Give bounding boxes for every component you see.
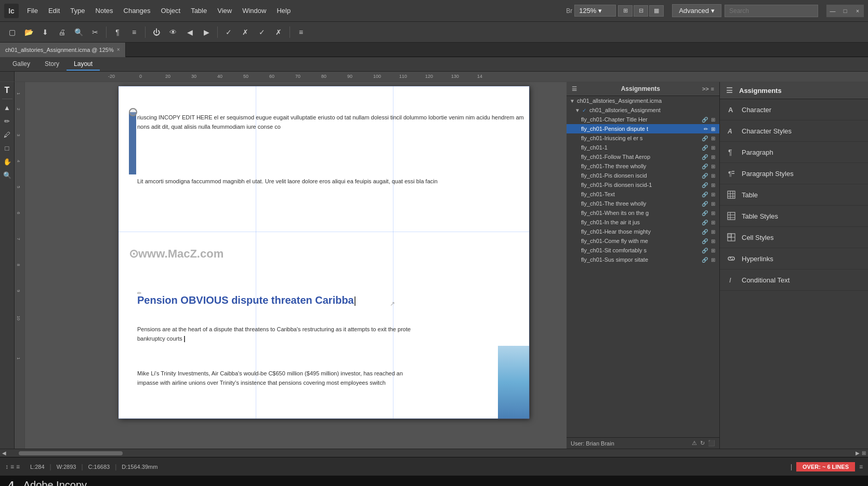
menu-notes[interactable]: Notes xyxy=(90,4,119,18)
tree-item-11[interactable]: fly_ch01-In the air it jus 🔗 ⊞ xyxy=(567,218,719,227)
tree-item-1[interactable]: fly_ch01-Pension dispute t ✏ ⊞ xyxy=(567,124,719,133)
body-text-1[interactable]: Pensions are at the heart of a dispute t… xyxy=(137,325,413,343)
tool-square[interactable]: □ xyxy=(1,142,14,154)
advanced-button[interactable]: Advanced ▾ xyxy=(672,4,721,17)
prop-paragraph[interactable]: ¶ Paragraph xyxy=(720,142,868,163)
maximize-button[interactable]: □ xyxy=(839,5,851,17)
tree-item-2[interactable]: fly_ch01-Iriuscing el er s 🔗 ⊞ xyxy=(567,133,719,143)
body-text-2[interactable]: Mike Li's Trinity Investments, Air Caibb… xyxy=(137,369,413,387)
tree-item-3[interactable]: fly_ch01-1 🔗 ⊞ xyxy=(567,143,719,152)
tree-root[interactable]: ▼ ch01_allstories_Assignment.icma xyxy=(567,96,719,105)
menu-window[interactable]: Window xyxy=(237,4,271,18)
menu-view[interactable]: View xyxy=(212,4,237,18)
view-icon-3[interactable]: ▦ xyxy=(649,5,664,17)
scrollbar-thumb[interactable] xyxy=(19,451,123,455)
minimize-button[interactable]: — xyxy=(826,5,839,17)
tree-item-13[interactable]: fly_ch01-Come fly with me 🔗 ⊞ xyxy=(567,236,719,246)
tool-pencil[interactable]: 🖊 xyxy=(1,128,14,141)
tool-pen[interactable]: ✏ xyxy=(1,115,14,127)
tool-type[interactable]: T xyxy=(1,84,14,97)
tree-assignment[interactable]: ▼ ✓ ch01_allstories_Assignment xyxy=(567,105,719,115)
tab-bar: ch01_allstories_Assignment.icma @ 125% × xyxy=(0,43,868,57)
item-icon-6: ⊞ xyxy=(711,145,715,151)
tool-print[interactable]: 🖨 xyxy=(54,25,70,39)
menu-table[interactable]: Table xyxy=(186,4,212,18)
tree-item-6[interactable]: fly_ch01-Pis dionsen iscid 🔗 ⊞ xyxy=(567,171,719,180)
close-button[interactable]: × xyxy=(851,5,864,17)
tree-item-7[interactable]: fly_ch01-Pis dionsen iscid-1 🔗 ⊞ xyxy=(567,180,719,190)
prop-conditional-text[interactable]: I Conditional Text xyxy=(720,269,868,291)
page-nav-icon[interactable]: ⊞ xyxy=(862,450,866,456)
tool-menu[interactable]: ≡ xyxy=(126,25,142,39)
prop-hyperlinks[interactable]: Hyperlinks xyxy=(720,248,868,269)
tool-search[interactable]: 🔍 xyxy=(71,25,86,39)
scroll-left-arrow[interactable]: ◀ xyxy=(2,450,6,456)
tool-open[interactable]: 📂 xyxy=(21,25,36,39)
prop-character[interactable]: A Character xyxy=(720,99,868,120)
status-align2-icon[interactable]: ≡ xyxy=(16,463,20,470)
status-align-icon[interactable]: ≡ xyxy=(10,463,14,470)
item-label-1: fly_ch01-Pension dispute t xyxy=(581,126,702,132)
status-menu-icon[interactable]: ≡ xyxy=(859,463,863,470)
prop-cell-styles[interactable]: Cell Styles xyxy=(720,227,868,248)
scroll-right-arrow[interactable]: ▶ xyxy=(856,450,860,456)
menu-help[interactable]: Help xyxy=(271,4,296,18)
menu-object[interactable]: Object xyxy=(156,4,186,18)
tool-prev[interactable]: ◀ xyxy=(182,25,198,39)
expand-icon[interactable]: >> xyxy=(702,86,709,92)
tree-item-8[interactable]: fly_ch01-Text 🔗 ⊞ xyxy=(567,190,719,199)
tool-paragraph[interactable]: ¶ xyxy=(110,25,125,39)
search-input[interactable] xyxy=(725,5,818,17)
doc-tab-active[interactable]: ch01_allstories_Assignment.icma @ 125% × xyxy=(0,43,126,57)
tree-item-4[interactable]: fly_ch01-Follow That Aerop 🔗 ⊞ xyxy=(567,152,719,161)
prop-paragraph-styles[interactable]: ¶ Paragraph Styles xyxy=(720,163,868,184)
tool-check[interactable]: ✓ xyxy=(221,25,236,39)
tab-story[interactable]: Story xyxy=(37,58,67,71)
status-layout-icon[interactable]: ↕ xyxy=(5,463,8,470)
menu-type[interactable]: Type xyxy=(65,4,90,18)
tab-galley[interactable]: Galley xyxy=(5,58,37,71)
horizontal-scrollbar[interactable]: ◀ ▶ ⊞ xyxy=(0,449,868,457)
view-icon-2[interactable]: ⊟ xyxy=(634,5,648,17)
text-block-2[interactable]: Lit amcorti smodigna faccummod magnibh e… xyxy=(137,177,529,186)
prop-character-styles[interactable]: A Character Styles xyxy=(720,120,868,142)
panel-menu-icon[interactable]: ≡ xyxy=(711,86,714,92)
footer-warning-icon[interactable]: ⚠ xyxy=(692,440,697,447)
tool-save[interactable]: ⬇ xyxy=(37,25,53,39)
tool-eye[interactable]: 👁 xyxy=(165,25,181,39)
tree-item-9[interactable]: fly_ch01-The three wholly 🔗 ⊞ xyxy=(567,199,719,208)
tool-next[interactable]: ▶ xyxy=(199,25,214,39)
prop-table[interactable]: Table xyxy=(720,184,868,206)
footer-download-icon[interactable]: ⬛ xyxy=(708,440,715,447)
tool-move[interactable]: ✋ xyxy=(1,155,14,168)
tree-item-5[interactable]: fly_ch01-The three wholly 🔗 ⊞ xyxy=(567,161,719,171)
tool-scissors[interactable]: ✂ xyxy=(87,25,103,39)
view-icon-1[interactable]: ⊞ xyxy=(618,5,633,17)
menu-file[interactable]: File xyxy=(22,4,43,18)
menu-changes[interactable]: Changes xyxy=(119,4,156,18)
footer-refresh-icon[interactable]: ↻ xyxy=(700,440,705,447)
menu-edit[interactable]: Edit xyxy=(43,4,65,18)
tool-zoom[interactable]: 🔍 xyxy=(1,169,14,181)
item-label-6: fly_ch01-Pis dionsen iscid xyxy=(581,172,700,179)
tree-item-12[interactable]: fly_ch01-Hear those mighty 🔗 ⊞ xyxy=(567,227,719,236)
tool-arrow[interactable]: ▲ xyxy=(1,101,14,114)
tree-item-0[interactable]: fly_ch01-Chapter Title Her 🔗 ⊞ xyxy=(567,115,719,124)
document-headline[interactable]: Pension OBVIOUS dispute threaten Caribba xyxy=(137,294,413,307)
tab-close-button[interactable]: × xyxy=(117,47,120,52)
text-block-1[interactable]: riuscing INCOPY EDIT HERE el er sequismo… xyxy=(137,113,529,131)
tree-item-10[interactable]: fly_ch01-When its on the g 🔗 ⊞ xyxy=(567,208,719,218)
canvas-area[interactable]: riuscing INCOPY EDIT HERE el er sequismo… xyxy=(25,82,567,449)
tool-power[interactable]: ⏻ xyxy=(149,25,164,39)
tool-menu2[interactable]: ≡ xyxy=(293,25,309,39)
tool-check2[interactable]: ✓ xyxy=(254,25,270,39)
tree-item-14[interactable]: fly_ch01-Sit comfortably s 🔗 ⊞ xyxy=(567,246,719,255)
tab-layout[interactable]: Layout xyxy=(67,58,100,71)
prop-table-styles[interactable]: Table Styles xyxy=(720,206,868,227)
ruler-tick-label: 70 xyxy=(295,74,300,79)
tool-selection[interactable]: ▢ xyxy=(4,25,20,39)
tool-x[interactable]: ✗ xyxy=(238,25,253,39)
tree-item-15[interactable]: fly_ch01-Sus simpor sitate 🔗 ⊞ xyxy=(567,255,719,264)
zoom-selector[interactable]: 125% ▾ xyxy=(574,5,616,17)
tool-x2[interactable]: ✗ xyxy=(271,25,286,39)
